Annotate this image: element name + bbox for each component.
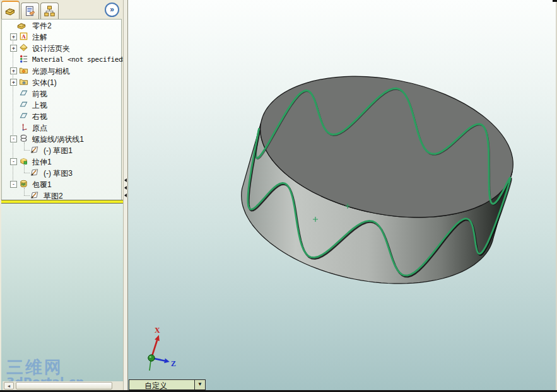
triad-z-arrowhead-icon xyxy=(164,358,170,363)
design-binder-icon xyxy=(19,43,28,52)
tree-item-label: 零件2 xyxy=(32,21,52,32)
plane-icon xyxy=(19,111,28,120)
tree-item-helix[interactable]: - 螺旋线/涡状线1 xyxy=(2,133,121,144)
triad-x-label: X xyxy=(155,326,160,335)
expand-toggle[interactable]: + xyxy=(10,45,17,52)
triad-origin-ball xyxy=(148,355,155,361)
window-corner-mark xyxy=(553,0,557,2)
collapse-toggle[interactable]: - xyxy=(10,158,17,165)
scrollbar-thumb[interactable] xyxy=(16,382,112,389)
sketch-icon xyxy=(30,168,39,177)
tab-featuremanager[interactable] xyxy=(1,1,20,19)
collapse-toggle[interactable]: - xyxy=(10,135,17,142)
tree-item-label: (-) 草图1 xyxy=(44,146,73,156)
triad-z-label: Z xyxy=(171,359,176,368)
panel-lower-area: 三维网 3dPortal.cn ◄ xyxy=(1,204,123,390)
graphics-area[interactable]: X Z 自定义 ▼ xyxy=(128,0,556,390)
part-icon xyxy=(4,4,16,16)
tree-item-front-plane[interactable]: 前视 xyxy=(2,88,121,99)
tree-item-label: 前视 xyxy=(32,89,47,100)
scroll-left-button[interactable]: ◄ xyxy=(4,382,14,389)
panel-splitter[interactable] xyxy=(123,0,128,390)
part-icon xyxy=(16,20,27,30)
expand-panel-button[interactable]: » xyxy=(105,3,119,17)
customize-combobox[interactable]: 自定义 ▼ xyxy=(129,379,206,390)
expand-toggle[interactable]: + xyxy=(10,79,17,86)
chevron-down-icon: ▼ xyxy=(195,380,205,389)
tree-item-label: 右视 xyxy=(32,112,47,122)
feature-tree: 零件2 + 注解 + 设计活页夹 Material <not specified… xyxy=(1,19,122,200)
wrap-icon xyxy=(19,179,28,188)
collapse-toggle[interactable]: - xyxy=(10,181,17,188)
3d-model-cylinder-with-wrapped-wave[interactable] xyxy=(128,0,556,390)
tree-item-label: 光源与相机 xyxy=(32,66,70,77)
horizontal-scrollbar[interactable]: ◄ xyxy=(3,381,123,390)
tree-item-label: 螺旋线/涡状线1 xyxy=(32,134,84,145)
featuremanager-panel: » 零件2 + 注解 + 设计活页夹 Material <not specifi… xyxy=(0,0,123,392)
sketch-icon xyxy=(30,190,39,200)
property-icon xyxy=(24,5,36,17)
tree-item-label: 原点 xyxy=(32,123,47,134)
tree-item-material[interactable]: Material <not specified> xyxy=(2,54,121,65)
tree-item-annotations[interactable]: + 注解 xyxy=(2,31,121,42)
solid-bodies-icon xyxy=(19,77,28,86)
expand-toggle[interactable]: + xyxy=(10,33,17,40)
combobox-dropdown-button[interactable]: ▼ xyxy=(194,380,205,389)
splitter-collapse-arrow-icon[interactable] xyxy=(124,193,127,197)
tree-item-lights-cameras[interactable]: + 光源与相机 xyxy=(2,65,121,76)
tree-item-extrude1[interactable]: - 拉伸1 xyxy=(2,156,121,167)
annotations-icon xyxy=(19,32,28,41)
splitter-collapse-arrow-icon[interactable] xyxy=(124,186,127,190)
tree-item-label: 拉伸1 xyxy=(32,157,52,168)
tree-item-label: 设计活页夹 xyxy=(32,43,70,54)
tree-item-part-root[interactable]: 零件2 xyxy=(2,20,121,31)
plane-icon xyxy=(19,100,28,109)
tree-item-label: 上视 xyxy=(32,100,47,111)
tab-propertymanager[interactable] xyxy=(21,3,39,19)
sketch-icon xyxy=(30,145,39,154)
origin-icon xyxy=(19,122,28,132)
tree-item-origin[interactable]: 原点 xyxy=(2,122,121,133)
tree-item-label: Material <not specified> xyxy=(32,55,126,64)
tree-item-label: 实体(1) xyxy=(32,78,57,88)
triad-y-axis xyxy=(150,360,151,371)
triad-x-arrowhead-icon xyxy=(155,335,160,341)
tree-item-label: 包覆1 xyxy=(32,180,52,190)
configuration-icon xyxy=(44,5,56,17)
solidworks-window: » 零件2 + 注解 + 设计活页夹 Material <not specifi… xyxy=(0,0,557,392)
tree-item-right-plane[interactable]: 右视 xyxy=(2,110,121,122)
expand-toggle[interactable]: + xyxy=(10,67,17,74)
plane-icon xyxy=(19,88,28,98)
material-icon xyxy=(19,54,28,64)
triad-origin-highlight xyxy=(150,356,151,358)
tree-item-sketch3[interactable]: (-) 草图3 xyxy=(2,167,121,178)
extrude-icon xyxy=(19,156,28,166)
tree-item-sketch1[interactable]: (-) 草图1 xyxy=(2,144,121,156)
tree-item-top-plane[interactable]: 上视 xyxy=(2,99,121,110)
tree-item-design-binder[interactable]: + 设计活页夹 xyxy=(2,42,121,54)
lights-cameras-icon xyxy=(19,66,28,75)
tree-item-label: 注解 xyxy=(32,32,47,43)
tree-item-wrap1[interactable]: - 包覆1 xyxy=(2,178,121,190)
splitter-collapse-arrow-icon[interactable] xyxy=(124,178,127,182)
panel-tabs: » xyxy=(1,1,122,19)
orientation-triad: X Z xyxy=(136,325,180,378)
helix-icon xyxy=(19,134,28,143)
tree-item-label: (-) 草图3 xyxy=(44,168,73,179)
tab-configurationmanager[interactable] xyxy=(40,3,59,19)
tree-item-solid-bodies[interactable]: + 实体(1) xyxy=(2,76,121,88)
